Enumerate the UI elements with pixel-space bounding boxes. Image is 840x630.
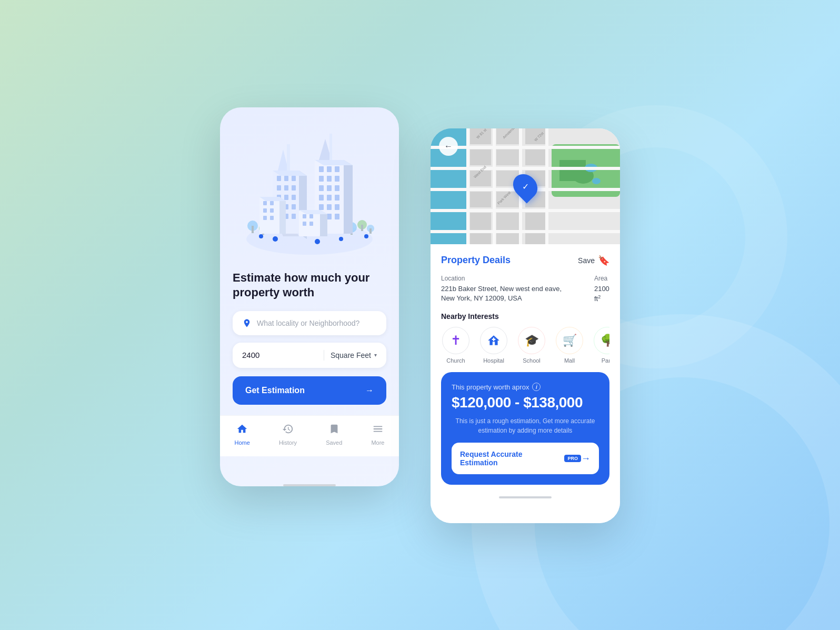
nav-more[interactable]: More <box>371 423 384 446</box>
mall-icon-circle: 🛒 <box>556 327 583 354</box>
save-label: Save <box>578 256 595 265</box>
svg-rect-104 <box>431 167 620 170</box>
request-label: Request Accurate Estimation <box>460 450 559 467</box>
svg-rect-49 <box>335 176 339 182</box>
svg-rect-106 <box>431 209 620 212</box>
svg-rect-60 <box>327 214 332 219</box>
map-pin: ✓ <box>514 173 536 199</box>
back-icon: ← <box>444 142 453 151</box>
nav-home[interactable]: Home <box>235 423 250 446</box>
estimation-note: This is just a rough estimation, Get mor… <box>452 416 599 435</box>
property-title: Property Deails <box>441 255 511 266</box>
svg-rect-111 <box>545 128 548 244</box>
area-input-wrapper[interactable]: 2400 Square Feet ▾ <box>233 343 386 368</box>
area-value: 2400 <box>242 351 317 359</box>
svg-rect-46 <box>335 166 339 172</box>
nearby-hospital: Hospital <box>479 327 508 364</box>
page-headline: Estimate how much your property worth <box>233 271 386 301</box>
svg-rect-48 <box>327 176 332 182</box>
more-icon <box>372 423 384 437</box>
request-btn-content: Request Accurate Estimation PRO <box>460 450 581 467</box>
church-label: Church <box>446 357 465 364</box>
card-header: Property Deails Save 🔖 <box>441 255 609 266</box>
svg-rect-17 <box>292 176 296 181</box>
svg-rect-26 <box>292 204 296 209</box>
location-block: Location 221b Baker Street, New west end… <box>441 275 573 304</box>
pro-badge: PRO <box>564 455 581 462</box>
svg-rect-23 <box>292 195 296 200</box>
svg-rect-29 <box>292 214 296 219</box>
svg-rect-67 <box>303 214 306 218</box>
svg-rect-98 <box>525 149 546 165</box>
chevron-down-icon: ▾ <box>374 352 377 358</box>
get-estimation-button[interactable]: Get Estimation → <box>233 376 386 405</box>
save-button[interactable]: Save 🔖 <box>578 255 609 266</box>
home-icon <box>236 423 248 437</box>
svg-rect-40 <box>270 216 274 220</box>
svg-rect-108 <box>466 128 469 244</box>
nav-history-label: History <box>279 439 297 446</box>
svg-rect-52 <box>335 185 339 191</box>
search-input-wrapper[interactable]: What locality or Neighborhood? <box>233 311 386 335</box>
svg-rect-63 <box>329 134 332 160</box>
nav-saved-label: Saved <box>326 439 342 446</box>
svg-rect-53 <box>319 195 324 201</box>
search-placeholder: What locality or Neighborhood? <box>257 319 359 327</box>
school-icon: 🎓 <box>525 334 539 347</box>
nav-saved[interactable]: Saved <box>326 423 342 446</box>
svg-rect-37 <box>263 208 267 213</box>
svg-rect-101 <box>525 213 546 228</box>
church-icon-circle: ✝ <box>442 327 469 354</box>
svg-rect-95 <box>496 213 520 228</box>
svg-marker-42 <box>344 160 353 234</box>
svg-rect-22 <box>284 195 288 200</box>
svg-rect-86 <box>470 149 491 165</box>
school-label: School <box>523 357 541 364</box>
history-icon <box>282 423 294 437</box>
svg-rect-61 <box>335 214 339 219</box>
svg-marker-33 <box>279 197 286 234</box>
svg-rect-103 <box>431 146 620 149</box>
estimation-section: This property worth aprox i $120,000 - $… <box>441 372 609 485</box>
svg-rect-8 <box>361 225 363 231</box>
arrow-right-icon: → <box>365 386 374 395</box>
svg-rect-68 <box>309 214 313 218</box>
home-indicator <box>283 484 336 486</box>
request-arrow-icon: → <box>581 453 591 464</box>
bookmark-icon: 🔖 <box>598 255 609 266</box>
hospital-icon-circle <box>480 327 507 354</box>
nav-home-label: Home <box>235 439 250 446</box>
nearby-church: ✝ Church <box>441 327 471 364</box>
mall-icon: 🛒 <box>563 334 577 347</box>
svg-rect-88 <box>470 192 491 207</box>
request-accurate-button[interactable]: Request Accurate Estimation PRO → <box>452 443 599 474</box>
svg-rect-32 <box>259 197 279 234</box>
school-icon-circle: 🎓 <box>518 327 545 354</box>
nearby-school: 🎓 School <box>517 327 546 364</box>
nearby-label: Nearby Interests <box>441 312 609 321</box>
park-icon: 🌳 <box>601 334 610 347</box>
svg-rect-45 <box>327 166 332 172</box>
back-button[interactable]: ← <box>439 137 458 156</box>
estimation-label: This property worth aprox i <box>452 383 599 391</box>
svg-rect-20 <box>292 185 296 191</box>
svg-point-71 <box>273 236 278 242</box>
svg-rect-109 <box>493 128 496 244</box>
svg-point-75 <box>364 234 368 238</box>
info-icon: i <box>532 383 541 391</box>
svg-rect-92 <box>496 149 520 165</box>
svg-rect-39 <box>263 216 267 220</box>
saved-icon <box>328 423 340 437</box>
svg-rect-70 <box>309 222 313 226</box>
nav-history[interactable]: History <box>279 423 297 446</box>
property-meta: Location 221b Baker Street, New west end… <box>441 275 609 304</box>
svg-rect-50 <box>319 185 324 191</box>
nearby-park: 🌳 Park <box>593 327 609 364</box>
svg-rect-2 <box>252 226 254 233</box>
park-label: Park <box>602 357 609 364</box>
svg-rect-58 <box>335 204 339 210</box>
hospital-label: Hospital <box>483 357 504 364</box>
location-icon <box>242 318 252 328</box>
svg-rect-55 <box>335 195 339 201</box>
svg-rect-47 <box>319 176 324 182</box>
